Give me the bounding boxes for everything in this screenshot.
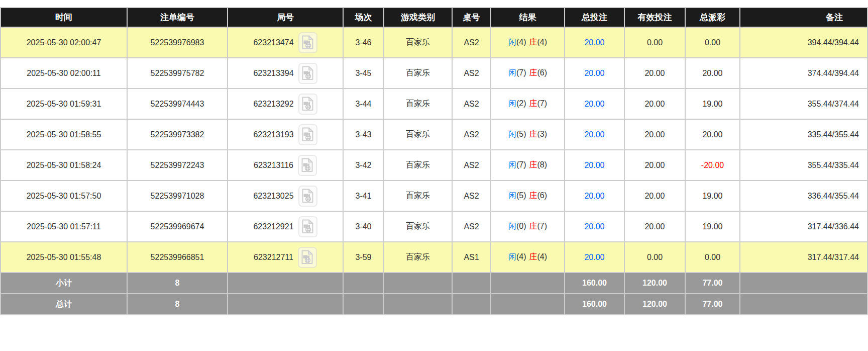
cell-game-type: 百家乐: [384, 27, 452, 58]
column-header-result: 结果: [491, 8, 565, 27]
cell-round-id: 623213292: [228, 89, 343, 119]
cell-bet-id: 522539976983: [127, 27, 228, 58]
result-player-label: 闲: [508, 130, 516, 138]
column-header-bet-id: 注单编号: [127, 8, 228, 27]
result-player-label: 闲: [508, 68, 516, 77]
cell-session: 3-45: [343, 58, 384, 89]
video-replay-button[interactable]: [298, 186, 317, 207]
result-player-label: 闲: [508, 222, 516, 230]
subtotal-row: 小计 8 160.00 120.00 77.00: [1, 273, 867, 294]
subtotal-payout: 77.00: [685, 273, 740, 294]
column-header-table-no: 桌号: [452, 8, 491, 27]
subtotal-session-empty: [343, 273, 384, 294]
column-header-game-type: 游戏类别: [384, 8, 452, 27]
cell-round-id: 623213394: [228, 58, 343, 89]
cell-time: 2025-05-30 01:57:11: [1, 211, 127, 242]
video-replay-icon: [301, 97, 314, 111]
video-replay-icon: [301, 127, 314, 142]
video-replay-button[interactable]: [298, 216, 317, 237]
total-row: 总计 8 160.00 120.00 77.00: [1, 294, 867, 315]
cell-table-no: AS1: [452, 242, 491, 273]
total-round-empty: [228, 294, 343, 315]
result-banker-label: 庄: [529, 191, 537, 200]
subtotal-total-bet: 160.00: [565, 273, 624, 294]
cell-payout: 19.00: [685, 181, 740, 211]
result-banker-label: 庄: [529, 222, 537, 230]
cell-result: 闲(7)庄(8): [491, 150, 565, 181]
table-row: 2025-05-30 02:00:11 522539975782 6232133…: [1, 58, 867, 89]
cell-valid-bet: 20.00: [624, 211, 685, 242]
result-banker-score: (6): [537, 191, 548, 200]
round-id-text: 623213394: [253, 69, 293, 78]
result-banker-score: (3): [537, 130, 548, 138]
cell-result: 闲(0)庄(7): [491, 211, 565, 242]
cell-round-id: 623212921: [228, 211, 343, 242]
cell-result: 闲(7)庄(6): [491, 58, 565, 89]
cell-session: 3-46: [343, 27, 384, 58]
result-banker-score: (7): [537, 222, 548, 230]
video-replay-button[interactable]: [298, 124, 317, 145]
result-player-score: (5): [516, 191, 526, 200]
header-row: 时间 注单编号 局号 场次 游戏类别 桌号 结果 总投注 有效投注 总派彩 备注: [1, 8, 867, 27]
cell-table-no: AS2: [452, 211, 491, 242]
video-replay-button[interactable]: [298, 32, 317, 53]
cell-bet-id: 522539973382: [127, 119, 228, 150]
cell-result: 闲(4)庄(4): [491, 27, 565, 58]
round-id-text: 623212921: [253, 222, 293, 231]
table-footer: 小计 8 160.00 120.00 77.00 总计 8 1: [1, 273, 867, 315]
subtotal-result-empty: [491, 273, 565, 294]
video-replay-button[interactable]: [298, 63, 317, 84]
total-label: 总计: [1, 294, 127, 315]
cell-payout: 20.00: [685, 119, 740, 150]
bet-records-page: 时间 注单编号 局号 场次 游戏类别 桌号 结果 总投注 有效投注 总派彩 备注…: [0, 0, 868, 315]
result-player-score: (7): [516, 68, 526, 77]
cell-time: 2025-05-30 01:57:50: [1, 181, 127, 211]
cell-session: 3-59: [343, 242, 384, 273]
cell-result: 闲(4)庄(4): [491, 242, 565, 273]
cell-table-no: AS2: [452, 89, 491, 119]
video-replay-icon: [301, 219, 314, 234]
round-id-text: 623213292: [253, 100, 293, 109]
table-row: 2025-05-30 02:00:47 522539976983 6232134…: [1, 27, 867, 58]
cell-table-no: AS2: [452, 119, 491, 150]
round-id-text: 623213193: [253, 130, 293, 139]
cell-remark: 336.44/355.44: [740, 181, 867, 211]
cell-result: 闲(5)庄(6): [491, 181, 565, 211]
result-player-score: (4): [516, 252, 526, 261]
cell-valid-bet: 0.00: [624, 242, 685, 273]
total-count: 8: [127, 294, 228, 315]
result-banker-label: 庄: [529, 99, 537, 108]
column-header-payout: 总派彩: [685, 8, 740, 27]
result-player-score: (7): [516, 160, 526, 169]
cell-remark: 355.44/335.44: [740, 150, 867, 181]
cell-result: 闲(2)庄(7): [491, 89, 565, 119]
cell-game-type: 百家乐: [384, 242, 452, 273]
video-replay-button[interactable]: [298, 247, 317, 268]
cell-session: 3-41: [343, 181, 384, 211]
result-player-label: 闲: [508, 99, 516, 108]
result-banker-score: (6): [537, 68, 548, 77]
video-replay-icon: [301, 66, 314, 80]
subtotal-game-empty: [384, 273, 452, 294]
video-replay-button[interactable]: [298, 155, 317, 176]
video-replay-button[interactable]: [298, 94, 317, 115]
round-id-text: 623213116: [254, 161, 293, 170]
result-player-label: 闲: [508, 252, 516, 261]
cell-valid-bet: 20.00: [624, 58, 685, 89]
bet-records-table: 时间 注单编号 局号 场次 游戏类别 桌号 结果 总投注 有效投注 总派彩 备注…: [0, 7, 868, 315]
total-remark-empty: [740, 294, 867, 315]
total-game-empty: [384, 294, 452, 315]
cell-game-type: 百家乐: [384, 89, 452, 119]
result-player-score: (4): [516, 38, 526, 46]
table-header: 时间 注单编号 局号 场次 游戏类别 桌号 结果 总投注 有效投注 总派彩 备注: [1, 8, 867, 27]
table-row: 2025-05-30 01:57:50 522539971028 6232130…: [1, 181, 867, 211]
cell-valid-bet: 20.00: [624, 181, 685, 211]
cell-remark: 317.44/336.44: [740, 211, 867, 242]
column-header-valid-bet: 有效投注: [624, 8, 685, 27]
cell-total-bet: 20.00: [565, 89, 624, 119]
result-banker-label: 庄: [529, 252, 537, 261]
subtotal-table-empty: [452, 273, 491, 294]
result-banker-score: (4): [537, 38, 548, 46]
cell-game-type: 百家乐: [384, 119, 452, 150]
total-session-empty: [343, 294, 384, 315]
